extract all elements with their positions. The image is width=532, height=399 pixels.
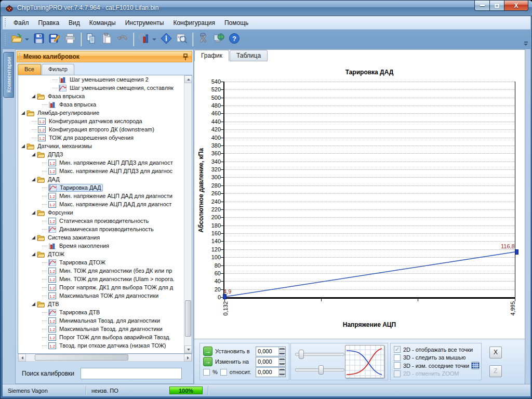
calibration-tab-filter[interactable]: Фильтр <box>42 64 74 75</box>
tree-item[interactable]: 1.2Максимальная ТОЖ для диагностики <box>18 291 192 300</box>
scroll-left-button[interactable] <box>18 354 26 362</box>
vscroll-thumb[interactable] <box>185 300 191 337</box>
chart-view-button[interactable] <box>136 32 152 47</box>
tree-item[interactable]: 1.2Мин. ТОЖ для диагностики (без ДК или … <box>18 267 192 275</box>
tree-item[interactable]: ДТВ <box>18 300 192 308</box>
tree-item[interactable]: Фаза впрыска <box>18 100 192 109</box>
scroll-right-button[interactable] <box>184 354 192 362</box>
tree-expanded-arrow-icon[interactable] <box>32 95 35 98</box>
slider-1-thumb[interactable] <box>299 350 304 359</box>
tree-item[interactable]: Тарировка ДАД <box>18 183 192 192</box>
comments-side-tab[interactable]: Комментарии <box>3 52 14 98</box>
tree-vertical-scrollbar[interactable] <box>184 75 192 353</box>
info-button[interactable] <box>158 32 174 47</box>
tree-item[interactable]: 1.2Максимальная Твозд. для диагностики <box>18 325 192 333</box>
tree-item[interactable]: 1.2Статическая производительность <box>18 217 192 225</box>
tree-expanded-arrow-icon[interactable] <box>32 302 35 306</box>
tree-item[interactable]: Шаг уменьшения смещения 2 <box>18 75 192 84</box>
tree-item[interactable]: 1.2Макс. напряжение АЦП ДАД для диагност <box>18 200 192 208</box>
tree-item[interactable]: 1.2Мин. ТОЖ для диагностики (Ulam > поро… <box>18 275 192 283</box>
print-button[interactable] <box>62 32 78 47</box>
spin-up-button[interactable] <box>278 347 285 351</box>
tree-item[interactable]: 1.2Макс. напряжение АЦП ДПДЗ для диагнос <box>18 167 192 175</box>
tree-expanded-arrow-icon[interactable] <box>32 236 35 240</box>
tree-item[interactable]: 1.2Мин. напряжение АЦП ДАД для диагности <box>18 192 192 200</box>
zoom-100-button[interactable]: 100 <box>174 32 190 47</box>
menu-item-2[interactable]: Правка <box>34 17 64 29</box>
menu-item-7[interactable]: Помощь <box>220 17 253 29</box>
tree-item[interactable]: 1.2ТОЖ для разрешения обучения <box>18 134 192 142</box>
data-point-marker[interactable] <box>223 294 227 299</box>
toolbar-overflow-button[interactable] <box>522 39 529 48</box>
tree-item[interactable]: Динамическая производительность <box>18 225 192 233</box>
tree-item[interactable]: 1.2Порог ТОЖ для выбора аварийной Твозд. <box>18 333 192 341</box>
view-option-checkbox-4[interactable] <box>394 370 401 377</box>
spin-down-button[interactable] <box>278 351 285 356</box>
slider-2-thumb[interactable] <box>318 365 324 375</box>
menu-item-3[interactable]: Вид <box>64 17 85 29</box>
save-as-button[interactable] <box>47 32 62 47</box>
open-file-dropdown-arrow-icon[interactable] <box>25 38 29 41</box>
scroll-up-button[interactable] <box>184 75 192 83</box>
view-option-checkbox-1[interactable]: ✓ <box>394 346 401 353</box>
tree-item[interactable]: Фаза впрыска <box>18 92 192 100</box>
spin-down-button[interactable] <box>278 372 285 377</box>
tree-item[interactable]: Форсунки <box>18 208 192 217</box>
menu-item-1[interactable]: Файл <box>9 17 34 29</box>
grid-table-button[interactable] <box>471 362 480 369</box>
menu-item-6[interactable]: Конфигурация <box>168 17 220 29</box>
relative-spinner[interactable]: 0,000 <box>256 367 286 377</box>
z-axis-button[interactable]: Z <box>489 365 502 377</box>
undo-button[interactable] <box>115 32 130 47</box>
spin-up-button[interactable] <box>278 357 285 362</box>
tree-expanded-arrow-icon[interactable] <box>32 178 35 181</box>
tree-item[interactable]: 1.2Минимальная Твозд. для диагностики <box>18 316 192 325</box>
spin-up-button[interactable] <box>278 368 285 372</box>
x-axis-button[interactable]: X <box>489 347 502 358</box>
tree-item[interactable]: 1.2Мин. напряжение АЦП ДПДЗ для диагност <box>18 158 192 167</box>
tree-item[interactable]: Шаг уменьшения смещения, составляк <box>18 84 192 92</box>
paste-button[interactable] <box>99 32 115 47</box>
minimize-button[interactable] <box>474 1 490 11</box>
view-option-checkbox-3[interactable] <box>394 362 401 369</box>
tree-expanded-arrow-icon[interactable] <box>32 211 35 215</box>
tree-item[interactable]: 1.2Конфигурация датчиков кислорода <box>18 117 192 125</box>
slider-2[interactable] <box>295 368 344 371</box>
tree-item[interactable]: 1.2Порог напряж. ДК1 для выбора ТОЖ для … <box>18 283 192 291</box>
set-to-spinner[interactable]: 0,000 <box>256 347 286 356</box>
plot-area[interactable]: 0204060801001201401601802002202402602803… <box>223 82 515 299</box>
open-file-button[interactable] <box>9 32 24 47</box>
tree-item[interactable]: Время накопления <box>18 242 192 250</box>
chart-view-dropdown-arrow-icon[interactable] <box>152 38 156 41</box>
apply-set-button[interactable]: → <box>203 347 212 356</box>
network-button[interactable] <box>211 32 227 47</box>
apply-change-button[interactable]: → <box>203 357 212 366</box>
hscroll-thumb[interactable] <box>35 354 128 361</box>
curve-preview-button[interactable] <box>345 345 384 378</box>
tree-item[interactable]: Тарировка ДТВ <box>18 308 192 316</box>
tree-item[interactable]: Тарировка ДТОЖ <box>18 258 192 267</box>
tree-expanded-arrow-icon[interactable] <box>21 111 25 115</box>
tree-expanded-arrow-icon[interactable] <box>32 153 35 156</box>
scroll-down-button[interactable] <box>184 345 192 353</box>
tree-item[interactable]: Датчики, механизмы <box>18 142 192 150</box>
percent-checkbox[interactable] <box>203 369 210 376</box>
maximize-button[interactable] <box>490 1 504 11</box>
save-button[interactable] <box>31 32 47 47</box>
tree-expanded-arrow-icon[interactable] <box>21 144 25 148</box>
tree-item[interactable]: 1.2Конфигурация второго ДК (downstream) <box>18 125 192 134</box>
copy-button[interactable] <box>84 32 99 47</box>
data-point-marker[interactable] <box>515 249 518 255</box>
menu-item-5[interactable]: Инструменты <box>121 17 169 29</box>
tree-item[interactable]: ДПДЗ <box>18 150 192 158</box>
spin-down-button[interactable] <box>278 362 285 366</box>
relative-checkbox[interactable] <box>220 369 227 376</box>
tree-item[interactable]: ДТОЖ <box>18 250 192 258</box>
help-button[interactable]: ? <box>227 32 242 47</box>
tab-table[interactable]: Таблица <box>230 50 268 61</box>
close-button[interactable]: X <box>504 1 528 11</box>
view-option-checkbox-2[interactable] <box>394 354 401 361</box>
pin-icon[interactable] <box>182 54 189 61</box>
tree-item[interactable]: ДАД <box>18 175 192 183</box>
tree-horizontal-scrollbar[interactable] <box>18 354 192 362</box>
